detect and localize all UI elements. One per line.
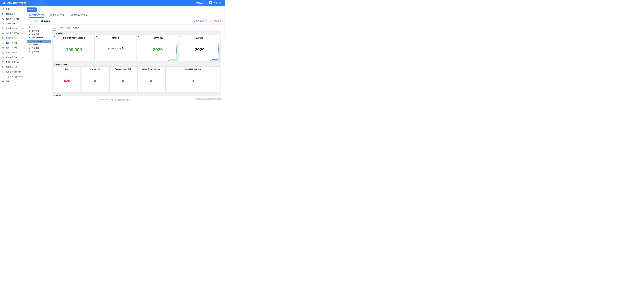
stat-panel-title: 计算总次数 bbox=[54, 68, 80, 71]
service-menu-item-grafana[interactable]: Grafana••• bbox=[27, 43, 50, 46]
service-menu-label: 总览 bbox=[32, 26, 35, 29]
user-menu[interactable]: yejiagui bbox=[214, 2, 223, 4]
dashboard-body: at a glancei最近 [1h]正常运行时间百分比100.000i离线实例… bbox=[52, 31, 221, 96]
back-label: 返回 bbox=[33, 20, 37, 23]
sidebar-item-datasource[interactable]: 数据源平台 bbox=[0, 12, 25, 17]
page-scrollbar[interactable] bbox=[224, 6, 226, 102]
stat-panel: 计算失败次数0 bbox=[81, 67, 109, 93]
kebab-menu-icon[interactable]: ••• bbox=[49, 40, 50, 43]
service-menu-item-services[interactable]: 服务管理••• bbox=[27, 33, 50, 36]
username: yejiagui bbox=[214, 2, 221, 4]
sidebar-item-label: 数据治理平台 bbox=[6, 51, 17, 54]
stat-panel-title: 跳过的抓取次数 [1h] bbox=[166, 68, 220, 71]
hub-grid-icon bbox=[2, 27, 4, 30]
brand-logo[interactable]: AllData数据中台 bbox=[2, 1, 26, 5]
center-tabs: 集群运维中心软件管理中心安装包管理中心 bbox=[29, 13, 224, 18]
chevron-down-icon bbox=[22, 23, 23, 25]
dashboard-tabs: 总览实例配置WebUI bbox=[52, 25, 221, 31]
sidebar-item-visualization[interactable]: BI数据可视化平台 bbox=[0, 60, 25, 65]
sidebar-item-governance[interactable]: 数据治理平台 bbox=[0, 50, 25, 55]
service-menu-item-system[interactable]: 系统管理 bbox=[27, 50, 50, 53]
sidebar-item-metrics[interactable]: 指标体系平台 bbox=[0, 65, 25, 70]
scrollbar-thumb[interactable] bbox=[224, 6, 226, 37]
dashboard-tab-webui[interactable]: WebUI bbox=[73, 26, 81, 31]
tab-software[interactable]: 软件管理中心 bbox=[50, 13, 65, 18]
sidebar-item-ml[interactable]: 机器学习算法平台 bbox=[0, 70, 25, 74]
stat-panel-title: 最近 [1h]正常运行时间百分比 bbox=[54, 37, 94, 40]
stat-value: 420 bbox=[64, 79, 70, 83]
section-header[interactable]: quick numbers bbox=[53, 63, 220, 67]
sidebar-item-label: 物联网数据平台 bbox=[6, 32, 19, 35]
stat-value: 2929 bbox=[153, 47, 163, 53]
storage-chart-icon bbox=[2, 37, 4, 39]
kebab-menu-icon[interactable]: ••• bbox=[49, 37, 50, 39]
dashboard-tab-overview[interactable]: 总览 bbox=[52, 26, 56, 31]
stat-panel: i最近 [1h]正常运行时间百分比100.000 bbox=[53, 35, 94, 61]
kebab-menu-icon[interactable]: ••• bbox=[49, 44, 50, 46]
share-network-icon bbox=[2, 56, 4, 59]
stat-panel-title: 数据加载失败次数 [1h] bbox=[138, 68, 164, 71]
sidebar-item-label: 数据中枢平台 bbox=[6, 27, 17, 30]
sidebar-item-db-sync[interactable]: 数据库同步平台 bbox=[0, 17, 25, 21]
service-menu-label: 系统管理 bbox=[32, 50, 39, 53]
sidebar-item-aggregation[interactable]: 数据汇聚平台 bbox=[0, 21, 25, 26]
info-icon: i bbox=[138, 67, 139, 69]
help-docs-label: 帮助文档 bbox=[195, 2, 202, 4]
service-menu-item-prometheus[interactable]: Prometheus••• bbox=[27, 40, 50, 43]
sidebar-item-analysis[interactable]: 数据分析平台 bbox=[0, 41, 25, 46]
section-header[interactable]: errors bbox=[53, 94, 220, 96]
sidebar-item-sharing[interactable]: 数据共享平台 bbox=[0, 55, 25, 60]
undo-arrow-icon bbox=[30, 20, 32, 22]
backend-ops-label: 后台操作(5) bbox=[196, 20, 205, 23]
no-data-label: No data to show bbox=[108, 47, 121, 49]
tab-cluster-ops[interactable]: 集群运维中心 bbox=[29, 13, 44, 18]
tab-packages[interactable]: 安装包管理中心 bbox=[70, 13, 88, 18]
panel-row: i最近 [1h]正常运行时间百分比100.000i离线实例No data to … bbox=[53, 35, 220, 61]
chevron-down-icon bbox=[23, 76, 23, 77]
chevron-down-icon bbox=[204, 3, 204, 3]
calendar-check-icon bbox=[2, 51, 4, 54]
sidebar-item-iot[interactable]: 物联网数据平台 bbox=[0, 31, 25, 36]
avatar[interactable] bbox=[209, 1, 212, 5]
help-question-icon[interactable]: ? bbox=[122, 47, 124, 49]
service-menu-label: 服务管理 bbox=[32, 33, 39, 36]
sidebar-item-storage[interactable]: 数据存储平台 bbox=[0, 36, 25, 41]
grid-icon bbox=[50, 14, 52, 16]
alert-detail-label: 告警详情(0) bbox=[212, 20, 221, 23]
dashboard-tab-label: 配置 bbox=[66, 27, 70, 29]
sidebar-item-label: 指标体系平台 bbox=[6, 66, 17, 68]
dashboard: 总览实例配置WebUI at a glancei最近 [1h]正常运行时间百分比… bbox=[52, 25, 221, 96]
kebab-menu-icon[interactable]: ••• bbox=[49, 33, 50, 36]
stat-panel-title: 计算失败次数 bbox=[82, 68, 108, 71]
dashboard-tab-label: 实例 bbox=[60, 27, 63, 29]
sidebar-item-label: 首页 bbox=[6, 8, 10, 11]
services-icon bbox=[28, 33, 30, 35]
chevron-down-icon bbox=[54, 64, 55, 65]
dashboard-tab-instances[interactable]: 实例 bbox=[59, 26, 63, 31]
sidebar-item-hub[interactable]: 数据中枢平台 bbox=[0, 26, 25, 31]
doc-chart-icon bbox=[29, 14, 31, 16]
sidebar-item-home[interactable]: 首页 bbox=[0, 7, 25, 12]
sidebar-item-llm[interactable]: 大模型应用开发平台 bbox=[0, 74, 25, 79]
help-docs-menu[interactable]: 帮助文档 bbox=[195, 2, 204, 4]
stat-panel-title: Tardy Scrapes [1h] bbox=[110, 68, 136, 70]
sidebar-item-admin[interactable]: 后台管理 bbox=[0, 79, 25, 84]
four-circles-icon bbox=[2, 47, 4, 49]
section-header[interactable]: at a glance bbox=[53, 32, 220, 35]
service-menu-item-alerts[interactable]: 告警管理 bbox=[27, 47, 50, 50]
sidebar-item-dev[interactable]: 数据开发平台 bbox=[0, 45, 25, 50]
bi-monitor-icon: BI bbox=[2, 61, 4, 64]
platform-button[interactable]: 数据平台 bbox=[27, 8, 37, 12]
service-menu-item-hosts[interactable]: 主机管理 bbox=[27, 29, 50, 33]
status-dot-green bbox=[29, 44, 30, 45]
gear-icon bbox=[28, 51, 30, 53]
service-menu-label: Grafana bbox=[32, 44, 38, 46]
service-menu-item-alertmanager[interactable]: AlertManager••• bbox=[27, 36, 50, 40]
stat-value: 2929 bbox=[195, 47, 204, 53]
sidebar-item-label: 数据库同步平台 bbox=[6, 18, 19, 20]
service-menu-item-overview[interactable]: 总览 bbox=[27, 26, 50, 29]
back-button[interactable]: 返回 bbox=[29, 19, 39, 23]
backend-ops-button[interactable]: 后台操作(5) bbox=[192, 19, 207, 23]
dashboard-tab-config[interactable]: 配置 bbox=[66, 26, 70, 31]
alert-detail-button[interactable]: 告警详情(0) bbox=[208, 19, 222, 23]
